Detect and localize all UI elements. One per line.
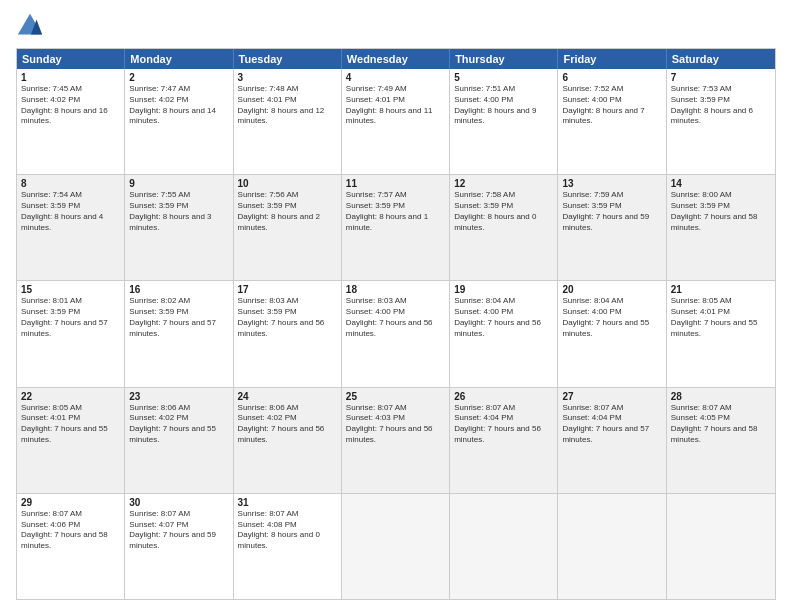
day-number: 20: [562, 284, 661, 295]
day-number: 18: [346, 284, 445, 295]
cal-cell-day-25: 25Sunrise: 8:07 AMSunset: 4:03 PMDayligh…: [342, 388, 450, 493]
cal-cell-day-2: 2Sunrise: 7:47 AMSunset: 4:02 PMDaylight…: [125, 69, 233, 174]
cal-cell-day-16: 16Sunrise: 8:02 AMSunset: 3:59 PMDayligh…: [125, 281, 233, 386]
day-info: Sunrise: 7:59 AMSunset: 3:59 PMDaylight:…: [562, 190, 661, 233]
day-info: Sunrise: 8:07 AMSunset: 4:03 PMDaylight:…: [346, 403, 445, 446]
day-info: Sunrise: 8:04 AMSunset: 4:00 PMDaylight:…: [562, 296, 661, 339]
cal-cell-day-5: 5Sunrise: 7:51 AMSunset: 4:00 PMDaylight…: [450, 69, 558, 174]
day-info: Sunrise: 8:00 AMSunset: 3:59 PMDaylight:…: [671, 190, 771, 233]
cal-cell-day-30: 30Sunrise: 8:07 AMSunset: 4:07 PMDayligh…: [125, 494, 233, 599]
day-number: 11: [346, 178, 445, 189]
cal-cell-day-10: 10Sunrise: 7:56 AMSunset: 3:59 PMDayligh…: [234, 175, 342, 280]
cal-header-tuesday: Tuesday: [234, 49, 342, 69]
cal-cell-empty: [450, 494, 558, 599]
day-number: 17: [238, 284, 337, 295]
logo: [16, 12, 48, 40]
day-number: 10: [238, 178, 337, 189]
day-info: Sunrise: 8:06 AMSunset: 4:02 PMDaylight:…: [238, 403, 337, 446]
day-info: Sunrise: 8:02 AMSunset: 3:59 PMDaylight:…: [129, 296, 228, 339]
cal-cell-day-27: 27Sunrise: 8:07 AMSunset: 4:04 PMDayligh…: [558, 388, 666, 493]
day-number: 14: [671, 178, 771, 189]
cal-cell-day-14: 14Sunrise: 8:00 AMSunset: 3:59 PMDayligh…: [667, 175, 775, 280]
day-number: 31: [238, 497, 337, 508]
cal-week-3: 15Sunrise: 8:01 AMSunset: 3:59 PMDayligh…: [17, 281, 775, 387]
day-number: 23: [129, 391, 228, 402]
day-number: 9: [129, 178, 228, 189]
day-number: 15: [21, 284, 120, 295]
day-info: Sunrise: 7:56 AMSunset: 3:59 PMDaylight:…: [238, 190, 337, 233]
day-info: Sunrise: 8:07 AMSunset: 4:07 PMDaylight:…: [129, 509, 228, 552]
day-info: Sunrise: 7:54 AMSunset: 3:59 PMDaylight:…: [21, 190, 120, 233]
cal-cell-day-6: 6Sunrise: 7:52 AMSunset: 4:00 PMDaylight…: [558, 69, 666, 174]
cal-cell-day-3: 3Sunrise: 7:48 AMSunset: 4:01 PMDaylight…: [234, 69, 342, 174]
cal-cell-day-11: 11Sunrise: 7:57 AMSunset: 3:59 PMDayligh…: [342, 175, 450, 280]
day-number: 27: [562, 391, 661, 402]
cal-header-wednesday: Wednesday: [342, 49, 450, 69]
cal-header-friday: Friday: [558, 49, 666, 69]
day-info: Sunrise: 8:07 AMSunset: 4:04 PMDaylight:…: [454, 403, 553, 446]
day-number: 16: [129, 284, 228, 295]
day-number: 13: [562, 178, 661, 189]
cal-cell-day-21: 21Sunrise: 8:05 AMSunset: 4:01 PMDayligh…: [667, 281, 775, 386]
cal-cell-empty: [342, 494, 450, 599]
calendar-header: SundayMondayTuesdayWednesdayThursdayFrid…: [17, 49, 775, 69]
calendar-body: 1Sunrise: 7:45 AMSunset: 4:02 PMDaylight…: [17, 69, 775, 599]
cal-header-monday: Monday: [125, 49, 233, 69]
day-number: 21: [671, 284, 771, 295]
day-number: 30: [129, 497, 228, 508]
cal-header-thursday: Thursday: [450, 49, 558, 69]
cal-cell-day-19: 19Sunrise: 8:04 AMSunset: 4:00 PMDayligh…: [450, 281, 558, 386]
day-number: 3: [238, 72, 337, 83]
cal-cell-day-20: 20Sunrise: 8:04 AMSunset: 4:00 PMDayligh…: [558, 281, 666, 386]
day-number: 29: [21, 497, 120, 508]
day-info: Sunrise: 7:55 AMSunset: 3:59 PMDaylight:…: [129, 190, 228, 233]
cal-cell-day-24: 24Sunrise: 8:06 AMSunset: 4:02 PMDayligh…: [234, 388, 342, 493]
day-info: Sunrise: 8:05 AMSunset: 4:01 PMDaylight:…: [21, 403, 120, 446]
cal-cell-day-22: 22Sunrise: 8:05 AMSunset: 4:01 PMDayligh…: [17, 388, 125, 493]
cal-week-4: 22Sunrise: 8:05 AMSunset: 4:01 PMDayligh…: [17, 388, 775, 494]
cal-cell-day-23: 23Sunrise: 8:06 AMSunset: 4:02 PMDayligh…: [125, 388, 233, 493]
day-number: 5: [454, 72, 553, 83]
day-info: Sunrise: 7:53 AMSunset: 3:59 PMDaylight:…: [671, 84, 771, 127]
cal-cell-day-8: 8Sunrise: 7:54 AMSunset: 3:59 PMDaylight…: [17, 175, 125, 280]
day-info: Sunrise: 8:07 AMSunset: 4:05 PMDaylight:…: [671, 403, 771, 446]
cal-cell-empty: [558, 494, 666, 599]
day-number: 6: [562, 72, 661, 83]
cal-cell-day-4: 4Sunrise: 7:49 AMSunset: 4:01 PMDaylight…: [342, 69, 450, 174]
day-number: 1: [21, 72, 120, 83]
day-info: Sunrise: 8:04 AMSunset: 4:00 PMDaylight:…: [454, 296, 553, 339]
day-number: 19: [454, 284, 553, 295]
day-info: Sunrise: 7:58 AMSunset: 3:59 PMDaylight:…: [454, 190, 553, 233]
day-info: Sunrise: 8:07 AMSunset: 4:08 PMDaylight:…: [238, 509, 337, 552]
cal-cell-day-18: 18Sunrise: 8:03 AMSunset: 4:00 PMDayligh…: [342, 281, 450, 386]
cal-cell-day-9: 9Sunrise: 7:55 AMSunset: 3:59 PMDaylight…: [125, 175, 233, 280]
day-info: Sunrise: 7:49 AMSunset: 4:01 PMDaylight:…: [346, 84, 445, 127]
day-info: Sunrise: 8:05 AMSunset: 4:01 PMDaylight:…: [671, 296, 771, 339]
day-info: Sunrise: 7:57 AMSunset: 3:59 PMDaylight:…: [346, 190, 445, 233]
day-info: Sunrise: 8:07 AMSunset: 4:04 PMDaylight:…: [562, 403, 661, 446]
cal-cell-day-29: 29Sunrise: 8:07 AMSunset: 4:06 PMDayligh…: [17, 494, 125, 599]
cal-cell-day-17: 17Sunrise: 8:03 AMSunset: 3:59 PMDayligh…: [234, 281, 342, 386]
day-info: Sunrise: 7:45 AMSunset: 4:02 PMDaylight:…: [21, 84, 120, 127]
cal-header-sunday: Sunday: [17, 49, 125, 69]
day-number: 12: [454, 178, 553, 189]
day-number: 28: [671, 391, 771, 402]
cal-cell-day-26: 26Sunrise: 8:07 AMSunset: 4:04 PMDayligh…: [450, 388, 558, 493]
day-info: Sunrise: 7:47 AMSunset: 4:02 PMDaylight:…: [129, 84, 228, 127]
day-number: 26: [454, 391, 553, 402]
page: SundayMondayTuesdayWednesdayThursdayFrid…: [0, 0, 792, 612]
cal-cell-day-12: 12Sunrise: 7:58 AMSunset: 3:59 PMDayligh…: [450, 175, 558, 280]
cal-header-saturday: Saturday: [667, 49, 775, 69]
calendar: SundayMondayTuesdayWednesdayThursdayFrid…: [16, 48, 776, 600]
day-number: 24: [238, 391, 337, 402]
day-info: Sunrise: 8:03 AMSunset: 3:59 PMDaylight:…: [238, 296, 337, 339]
cal-cell-day-28: 28Sunrise: 8:07 AMSunset: 4:05 PMDayligh…: [667, 388, 775, 493]
cal-cell-day-15: 15Sunrise: 8:01 AMSunset: 3:59 PMDayligh…: [17, 281, 125, 386]
day-info: Sunrise: 7:51 AMSunset: 4:00 PMDaylight:…: [454, 84, 553, 127]
cal-week-5: 29Sunrise: 8:07 AMSunset: 4:06 PMDayligh…: [17, 494, 775, 599]
day-number: 2: [129, 72, 228, 83]
cal-cell-day-1: 1Sunrise: 7:45 AMSunset: 4:02 PMDaylight…: [17, 69, 125, 174]
header: [16, 12, 776, 40]
cal-cell-day-13: 13Sunrise: 7:59 AMSunset: 3:59 PMDayligh…: [558, 175, 666, 280]
day-info: Sunrise: 8:03 AMSunset: 4:00 PMDaylight:…: [346, 296, 445, 339]
